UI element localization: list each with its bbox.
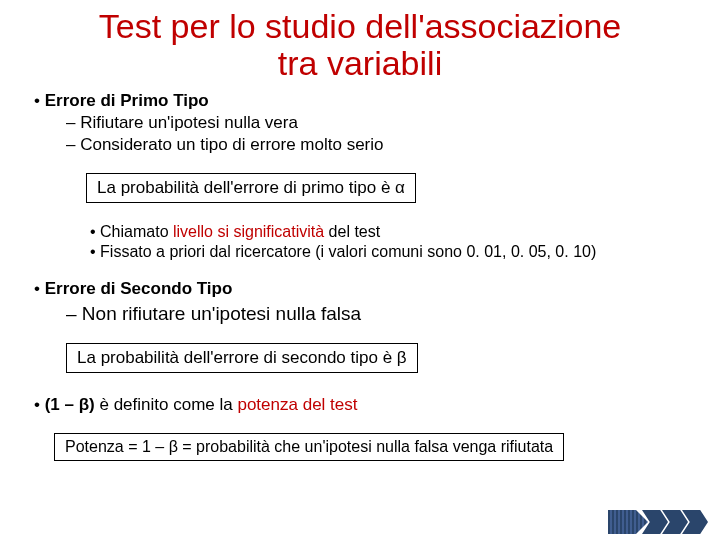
- highlight-power: potenza del test: [237, 395, 357, 414]
- bullet-type2-heading: Errore di Secondo Tipo: [34, 279, 696, 299]
- bullet-type1-sub2: Considerato un tipo di errore molto seri…: [66, 135, 696, 155]
- chevron-icon: [608, 510, 648, 534]
- box-power: Potenza = 1 – β = probabilità che un'ipo…: [54, 433, 564, 461]
- bullet-type1-sub1: Rifiutare un'ipotesi nulla vera: [66, 113, 696, 133]
- highlight-significance: livello si significatività: [173, 223, 324, 240]
- text: (1 – β): [45, 395, 95, 414]
- bullet-type1-heading: Errore di Primo Tipo: [34, 91, 696, 111]
- bullet-type1-note2: Fissato a priori dal ricercatore (i valo…: [90, 243, 696, 261]
- slide-title: Test per lo studio dell'associazione tra…: [0, 0, 720, 87]
- text: del test: [324, 223, 380, 240]
- text: Chiamato: [100, 223, 173, 240]
- bullet-power: (1 – β) è definito come la potenza del t…: [34, 395, 696, 415]
- title-line-2: tra variabili: [278, 44, 442, 82]
- text: è definito come la: [95, 395, 238, 414]
- title-line-1: Test per lo studio dell'associazione: [99, 7, 621, 45]
- bullet-type2-sub1: Non rifiutare un'ipotesi nulla falsa: [66, 303, 696, 325]
- box-beta: La probabilità dell'errore di secondo ti…: [66, 343, 418, 373]
- slide-body: Errore di Primo Tipo Rifiutare un'ipotes…: [0, 91, 720, 467]
- bullet-type1-note1: Chiamato livello si significatività del …: [90, 223, 696, 241]
- box-alpha: La probabilità dell'errore di primo tipo…: [86, 173, 416, 203]
- footer-decoration: [608, 510, 708, 534]
